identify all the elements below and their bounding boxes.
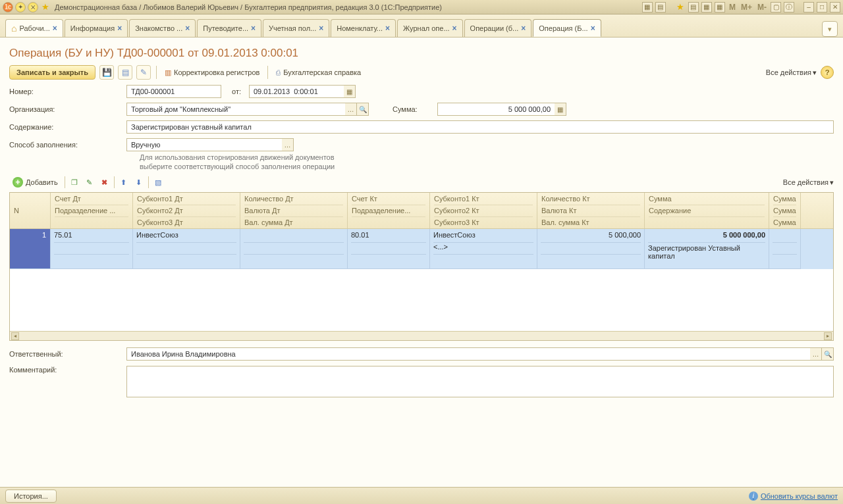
- select-icon[interactable]: …: [810, 347, 822, 361]
- close-icon[interactable]: ×: [521, 24, 526, 33]
- cell-acc-dt[interactable]: 75.01: [51, 229, 133, 269]
- list-icon[interactable]: ▤: [118, 65, 132, 80]
- mem-mplus[interactable]: M+: [740, 3, 753, 12]
- close-icon[interactable]: ×: [251, 24, 256, 33]
- cell-sub-dt[interactable]: ИнвестСоюз: [133, 229, 240, 269]
- cell-sub-kt[interactable]: ИнвестСоюз <...>: [430, 229, 537, 269]
- doc-icon[interactable]: ✎: [136, 65, 151, 80]
- close-icon[interactable]: ×: [185, 24, 190, 33]
- hint-line1: Для использования сторнирования движений…: [140, 153, 834, 162]
- close-icon[interactable]: ×: [319, 24, 323, 33]
- nav-back-icon[interactable]: ✦: [15, 2, 26, 13]
- move-up-icon[interactable]: ⬆: [118, 176, 130, 188]
- mem-mminus[interactable]: M-: [756, 3, 768, 12]
- calendar-icon[interactable]: ▦: [715, 2, 725, 13]
- cell-qty-kt[interactable]: 5 000,000: [537, 229, 645, 269]
- tab-guide[interactable]: Путеводите... ×: [197, 19, 261, 37]
- write-and-close-button[interactable]: Записать и закрыть: [9, 65, 95, 80]
- mem-m[interactable]: M: [728, 3, 737, 12]
- table-row[interactable]: 1 75.01 ИнвестСоюз 80.01 ИнвестСоюз: [10, 229, 833, 269]
- sum-field[interactable]: [437, 103, 555, 116]
- tabs-overflow-button[interactable]: ▾: [822, 21, 838, 37]
- tab-label: Знакомство ...: [135, 24, 182, 32]
- select-icon[interactable]: …: [282, 138, 294, 151]
- tab-intro[interactable]: Знакомство ... ×: [129, 19, 196, 37]
- update-rates-link[interactable]: i Обновить курсы валют: [749, 491, 838, 501]
- copy-row-icon[interactable]: ❐: [68, 176, 80, 188]
- calendar-icon[interactable]: ▦: [344, 85, 356, 98]
- printer-icon: ⎙: [276, 68, 281, 76]
- add-row-button[interactable]: + Добавить: [9, 175, 61, 189]
- close-icon[interactable]: ×: [591, 24, 595, 33]
- grid-all-actions-button[interactable]: Все действия ▾: [783, 178, 834, 187]
- tb-star-icon[interactable]: ★: [675, 2, 686, 13]
- content-field[interactable]: [126, 120, 834, 134]
- acc-note-button[interactable]: ⎙ Бухгалтерская справка: [273, 66, 364, 78]
- move-down-icon[interactable]: ⬇: [133, 176, 145, 188]
- tab-acct-policy[interactable]: Учетная пол... ×: [263, 19, 329, 37]
- separator: [65, 176, 65, 188]
- favorite-icon[interactable]: ★: [40, 2, 51, 13]
- search-icon[interactable]: 🔍: [822, 347, 834, 361]
- calculator-icon[interactable]: ▦: [701, 2, 712, 13]
- info-icon[interactable]: ⓘ: [784, 2, 794, 13]
- col-acc-dt[interactable]: Счет Дт Подразделение ...: [51, 193, 133, 228]
- tab-workspace[interactable]: ⌂ Рабочи... ×: [5, 19, 63, 37]
- form: Номер: от: ▦ Организация: … 🔍 Сумма: ▦: [9, 85, 834, 151]
- fill-mode-field[interactable]: [126, 138, 282, 151]
- save-icon[interactable]: 💾: [99, 65, 114, 80]
- nav-fwd-icon[interactable]: ⨯: [28, 2, 38, 13]
- cell-sum[interactable]: 5 000 000,00 Зарегистрирован Уставный ка…: [645, 229, 769, 269]
- select-icon[interactable]: …: [345, 103, 357, 116]
- delete-row-icon[interactable]: ✖: [99, 176, 111, 188]
- all-actions-button[interactable]: Все действия ▾: [766, 68, 817, 77]
- tb-tool-1[interactable]: ▦: [642, 2, 653, 13]
- close-icon[interactable]: ×: [385, 24, 390, 33]
- help-button[interactable]: ?: [821, 66, 834, 79]
- toggle-icon[interactable]: ▧: [152, 176, 164, 188]
- fill-mode-hint: Для использования сторнирования движений…: [140, 153, 834, 171]
- date-field[interactable]: [249, 85, 344, 98]
- scroll-right-icon[interactable]: ▸: [824, 332, 832, 340]
- adjust-registers-button[interactable]: ▥ Корректировка регистров: [162, 66, 262, 79]
- grid-header: N Счет Дт Подразделение ... Субконто1 Дт…: [10, 193, 833, 229]
- col-sub-kt[interactable]: Субконто1 Кт Субконто2 Кт Субконто3 Кт: [430, 193, 537, 228]
- org-field[interactable]: [126, 103, 345, 116]
- scroll-left-icon[interactable]: ◂: [11, 332, 19, 340]
- maximize-icon[interactable]: □: [817, 2, 827, 13]
- responsible-field[interactable]: [126, 347, 810, 361]
- tb-tool-4[interactable]: ▢: [771, 2, 781, 13]
- tab-information[interactable]: Информация ×: [65, 19, 128, 37]
- tb-tool-2[interactable]: ▤: [655, 2, 666, 13]
- col-sum[interactable]: Сумма Содержание: [645, 193, 769, 228]
- comment-field[interactable]: [126, 366, 834, 397]
- app-icon: 1c: [3, 2, 13, 13]
- add-row-label: Добавить: [26, 178, 58, 186]
- col-qty-dt[interactable]: Количество Дт Валюта Дт Вал. сумма Дт: [240, 193, 348, 228]
- grid-scrollbar[interactable]: ◂ ▸: [10, 331, 833, 340]
- close-icon[interactable]: ×: [452, 24, 457, 33]
- close-icon[interactable]: ×: [53, 24, 57, 33]
- tab-operations-list[interactable]: Операции (б... ×: [464, 19, 532, 37]
- close-icon[interactable]: ×: [117, 24, 122, 33]
- history-button[interactable]: История...: [5, 490, 57, 503]
- cell-acc-kt[interactable]: 80.01: [348, 229, 430, 269]
- cell-qty-dt[interactable]: [240, 229, 348, 269]
- grid-body[interactable]: 1 75.01 ИнвестСоюз 80.01 ИнвестСоюз: [10, 229, 833, 331]
- tab-operation[interactable]: Операция (Б... ×: [533, 19, 601, 37]
- col-qty-kt[interactable]: Количество Кт Валюта Кт Вал. сумма Кт: [537, 193, 645, 228]
- edit-row-icon[interactable]: ✎: [84, 176, 95, 188]
- col-sub-dt[interactable]: Субконто1 Дт Субконто2 Дт Субконто3 Дт: [133, 193, 240, 228]
- col-n[interactable]: N: [10, 193, 51, 228]
- col-sum2[interactable]: Сумма Сумма Сумма: [769, 193, 801, 228]
- close-window-icon[interactable]: ✕: [830, 2, 840, 13]
- number-field[interactable]: [126, 85, 221, 98]
- search-icon[interactable]: 🔍: [357, 103, 369, 116]
- minimize-icon[interactable]: –: [803, 2, 814, 13]
- calculator-icon[interactable]: ▦: [555, 103, 566, 116]
- col-acc-kt[interactable]: Счет Кт Подразделение...: [348, 193, 430, 228]
- tab-nomenclature[interactable]: Номенклату... ×: [331, 19, 396, 37]
- cell-sum2[interactable]: [769, 229, 801, 269]
- tab-journal[interactable]: Журнал опе... ×: [397, 19, 463, 37]
- tb-tool-3[interactable]: ▤: [688, 2, 699, 13]
